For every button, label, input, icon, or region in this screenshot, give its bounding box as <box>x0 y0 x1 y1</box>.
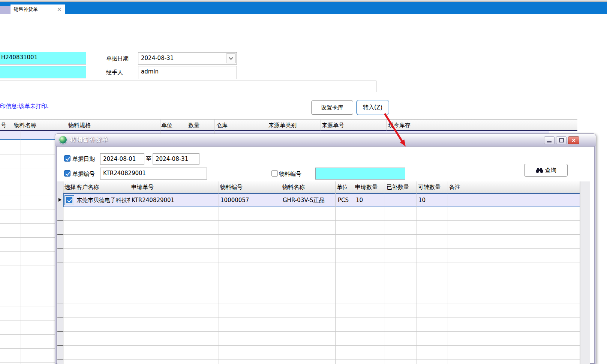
doc-no-field[interactable]: H240831001 <box>0 52 86 64</box>
col-warehouse[interactable]: 仓库 <box>216 122 228 129</box>
tab-label: 销售补货单 <box>13 6 57 13</box>
col-source-type[interactable]: 来源单类别 <box>268 122 297 129</box>
title-bar <box>0 2 607 14</box>
cell-customer: 东莞市贝德电子科技有限 <box>76 197 130 204</box>
query-button[interactable]: 查询 <box>524 164 568 177</box>
material-filter-checkbox[interactable] <box>271 170 278 177</box>
chevron-down-icon <box>229 55 233 60</box>
docno-filter-checkbox[interactable] <box>64 170 70 177</box>
dcol-material-no[interactable]: 物料编号 <box>220 184 243 191</box>
dcol-replenished[interactable]: 已补数量 <box>387 184 409 191</box>
grid-filler-area <box>580 181 590 364</box>
docno-field[interactable]: KTR240829001 <box>100 168 207 180</box>
query-label: 查询 <box>545 167 556 174</box>
combobox-dropdown-button[interactable] <box>226 53 236 63</box>
material-no-field[interactable] <box>315 168 405 180</box>
row-select-checkbox[interactable] <box>66 197 72 203</box>
set-warehouse-button[interactable]: 设置仓库 <box>311 100 353 115</box>
date-filter-label: 单据日期 <box>72 156 95 163</box>
date-filter-checkbox[interactable] <box>64 155 70 162</box>
docno-filter-label: 单据编号 <box>72 171 95 178</box>
cell-transferable: 10 <box>418 197 447 204</box>
handler-label: 经手人 <box>106 69 123 76</box>
transfer-in-label-post: ) <box>380 104 382 111</box>
dialog-grid-row[interactable]: 东莞市贝德电子科技有限 KTR240829001 10000057 GHR-03… <box>63 193 580 207</box>
col-current-stock[interactable]: 现今库存 <box>388 122 411 129</box>
doc-no-field-2[interactable] <box>0 66 86 78</box>
remark-field[interactable] <box>0 81 376 92</box>
transfer-in-label-pre: 转入( <box>363 104 376 111</box>
col-source-no[interactable]: 来源单号 <box>322 122 344 129</box>
dcol-unit[interactable]: 单位 <box>337 184 348 191</box>
main-grid-header: 号 物料名称 物料规格 单位 数量 仓库 来源单类别 来源单号 现今库存 <box>0 119 577 131</box>
set-warehouse-label: 设置仓库 <box>321 104 343 111</box>
cell-material-no: 10000057 <box>220 197 280 204</box>
dcol-remark[interactable]: 备注 <box>449 184 460 191</box>
date-label: 单据日期 <box>106 55 129 62</box>
date-from-field[interactable]: 2024-08-01 <box>100 153 144 165</box>
main-grid-gridline <box>21 131 21 364</box>
col-unit[interactable]: 单位 <box>161 122 172 129</box>
dialog-grid-empty-rows[interactable] <box>63 207 580 364</box>
dcol-transferable[interactable]: 可转数量 <box>418 184 441 191</box>
tab-close-icon[interactable]: × <box>57 6 62 12</box>
transfer-in-mnemonic: Z <box>376 104 380 111</box>
cell-unit: PCS <box>338 197 353 204</box>
dialog-grid-header: 选择 客户名称 申请单号 物料编号 物料名称 单位 申请数量 已补数量 可转数量… <box>63 181 580 193</box>
col-material-name[interactable]: 物料名称 <box>14 122 36 129</box>
close-button[interactable]: × <box>568 136 579 144</box>
cell-apply-no: KTR240829001 <box>132 197 218 204</box>
minimize-icon <box>547 141 552 142</box>
cell-material-name: GHR-03V-S正品 <box>283 197 334 204</box>
dialog-grid: 选择 客户名称 申请单号 物料编号 物料名称 单位 申请数量 已补数量 可转数量… <box>57 181 590 364</box>
transfer-in-button[interactable]: 转入(Z) <box>356 100 389 115</box>
binoculars-icon <box>535 168 544 173</box>
col-qty[interactable]: 数量 <box>188 122 199 129</box>
material-filter-label: 物料编号 <box>279 171 301 178</box>
grid-row-header-column <box>57 181 63 364</box>
doc-date-combobox[interactable]: 2024-08-31 <box>138 52 237 64</box>
date-range-to-label: 至 <box>146 156 151 163</box>
app-globe-icon <box>59 136 67 144</box>
tab-sales-replenishment[interactable]: 销售补货单 × <box>10 4 65 14</box>
dialog-title-bar[interactable]: 转销售补货单 × <box>55 134 596 146</box>
dialog-title: 转销售补货单 <box>70 136 108 143</box>
dcol-customer[interactable]: 客户名称 <box>76 184 99 191</box>
maximize-button[interactable] <box>556 136 567 144</box>
current-row-marker-icon <box>58 198 61 202</box>
dcol-apply-no[interactable]: 申请单号 <box>131 184 154 191</box>
col-material-spec[interactable]: 物料规格 <box>68 122 91 129</box>
app-window: 销售补货单 × H240831001 单据日期 2024-08-31 经手人 a… <box>0 0 607 364</box>
tab-corner-decoration <box>0 6 10 14</box>
transfer-dialog: 转销售补货单 × 单据日期 2024-08-01 至 2024-08-31 单据… <box>55 133 596 364</box>
doc-date-value: 2024-08-31 <box>141 55 174 61</box>
print-status-text: 印信息:该单未打印. <box>0 103 49 110</box>
dcol-material-name[interactable]: 物料名称 <box>282 184 305 191</box>
cell-apply-qty: 10 <box>356 197 384 204</box>
minimize-button[interactable] <box>544 136 555 144</box>
dcol-apply-qty[interactable]: 申请数量 <box>355 184 378 191</box>
date-to-field[interactable]: 2024-08-31 <box>153 153 199 165</box>
col-material-no[interactable]: 号 <box>1 122 6 129</box>
handler-field[interactable]: admin <box>138 66 237 79</box>
maximize-icon <box>559 138 564 142</box>
